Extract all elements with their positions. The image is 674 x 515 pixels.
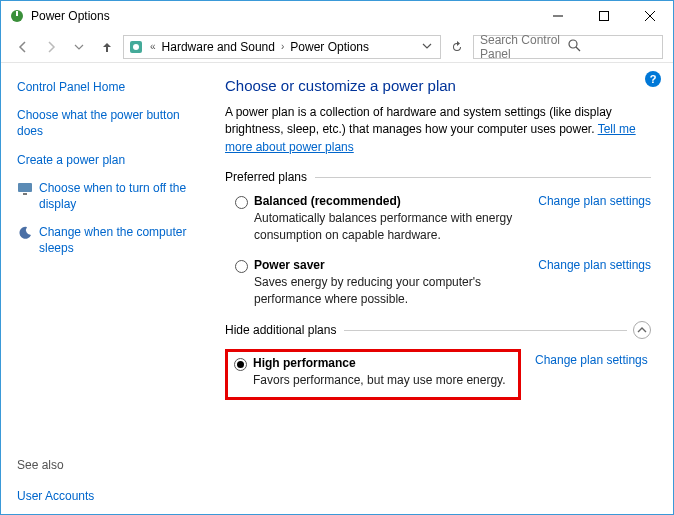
sidebar-link[interactable]: Choose when to turn off the display xyxy=(39,180,201,212)
plan-radio[interactable] xyxy=(234,358,247,371)
plan-radio[interactable] xyxy=(235,260,248,273)
close-button[interactable] xyxy=(627,1,673,31)
svg-rect-1 xyxy=(16,11,18,16)
search-placeholder: Search Control Panel xyxy=(480,33,568,61)
forward-button[interactable] xyxy=(39,35,63,59)
additional-plans-header[interactable]: Hide additional plans xyxy=(225,321,651,339)
recent-dropdown[interactable] xyxy=(67,35,91,59)
sidebar-link[interactable]: Change when the computer sleeps xyxy=(39,224,201,256)
display-icon xyxy=(17,181,33,197)
plan-power-saver: Power saver Saves energy by reducing you… xyxy=(225,254,651,318)
sidebar-link[interactable]: Choose what the power button does xyxy=(17,107,201,139)
chevron-right-icon: › xyxy=(279,41,286,52)
collapse-icon[interactable] xyxy=(633,321,651,339)
breadcrumb-item[interactable]: Power Options xyxy=(290,40,369,54)
intro-text: A power plan is a collection of hardware… xyxy=(225,104,651,156)
sidebar-item: Change when the computer sleeps xyxy=(17,224,201,256)
highlight-box: High performance Favors performance, but… xyxy=(225,349,521,400)
plan-desc: Favors performance, but may use more ene… xyxy=(253,372,512,389)
body: ? Control Panel Home Choose what the pow… xyxy=(1,63,673,514)
minimize-button[interactable] xyxy=(535,1,581,31)
page-heading: Choose or customize a power plan xyxy=(225,77,651,94)
preferred-plans-header: Preferred plans xyxy=(225,170,651,184)
plan-desc: Saves energy by reducing your computer's… xyxy=(254,274,530,308)
search-icon xyxy=(568,39,656,55)
window-title: Power Options xyxy=(31,9,535,23)
power-options-icon xyxy=(9,8,25,24)
window-buttons xyxy=(535,1,673,31)
breadcrumb-item[interactable]: Hardware and Sound xyxy=(162,40,275,54)
plan-name[interactable]: Balanced (recommended) xyxy=(254,194,530,208)
sleep-icon xyxy=(17,225,33,241)
plan-name[interactable]: Power saver xyxy=(254,258,530,272)
plan-radio[interactable] xyxy=(235,196,248,209)
sidebar-item: Choose when to turn off the display xyxy=(17,180,201,212)
sidebar-link[interactable]: Create a power plan xyxy=(17,152,201,168)
additional-plan-row: High performance Favors performance, but… xyxy=(225,345,651,404)
up-button[interactable] xyxy=(95,35,119,59)
change-plan-settings-link[interactable]: Change plan settings xyxy=(535,353,648,367)
breadcrumb[interactable]: « Hardware and Sound › Power Options xyxy=(123,35,441,59)
control-panel-icon xyxy=(128,39,144,55)
see-also-label: See also xyxy=(17,458,201,472)
help-icon[interactable]: ? xyxy=(645,71,661,87)
maximize-button[interactable] xyxy=(581,1,627,31)
see-also-link[interactable]: User Accounts xyxy=(17,488,201,504)
change-plan-settings-link[interactable]: Change plan settings xyxy=(538,194,651,244)
back-button[interactable] xyxy=(11,35,35,59)
refresh-button[interactable] xyxy=(445,35,469,59)
plan-desc: Automatically balances performance with … xyxy=(254,210,530,244)
navbar: « Hardware and Sound › Power Options Sea… xyxy=(1,31,673,63)
chevron-right-icon: « xyxy=(148,41,158,52)
titlebar: Power Options xyxy=(1,1,673,31)
plan-balanced: Balanced (recommended) Automatically bal… xyxy=(225,190,651,254)
control-panel-home-link[interactable]: Control Panel Home xyxy=(17,79,201,95)
window: Power Options « Hardware and Sound › Pow… xyxy=(0,0,674,515)
search-input[interactable]: Search Control Panel xyxy=(473,35,663,59)
breadcrumb-dropdown[interactable] xyxy=(418,40,436,54)
svg-point-8 xyxy=(569,40,577,48)
sidebar: Control Panel Home Choose what the power… xyxy=(1,63,211,514)
svg-rect-11 xyxy=(23,193,27,195)
main-content: Choose or customize a power plan A power… xyxy=(211,63,673,514)
change-plan-settings-link[interactable]: Change plan settings xyxy=(538,258,651,308)
plan-high-performance: High performance Favors performance, but… xyxy=(234,356,512,389)
svg-point-7 xyxy=(133,44,139,50)
svg-line-9 xyxy=(576,47,580,51)
svg-rect-3 xyxy=(600,12,609,21)
plan-name[interactable]: High performance xyxy=(253,356,512,370)
svg-rect-10 xyxy=(18,183,32,192)
